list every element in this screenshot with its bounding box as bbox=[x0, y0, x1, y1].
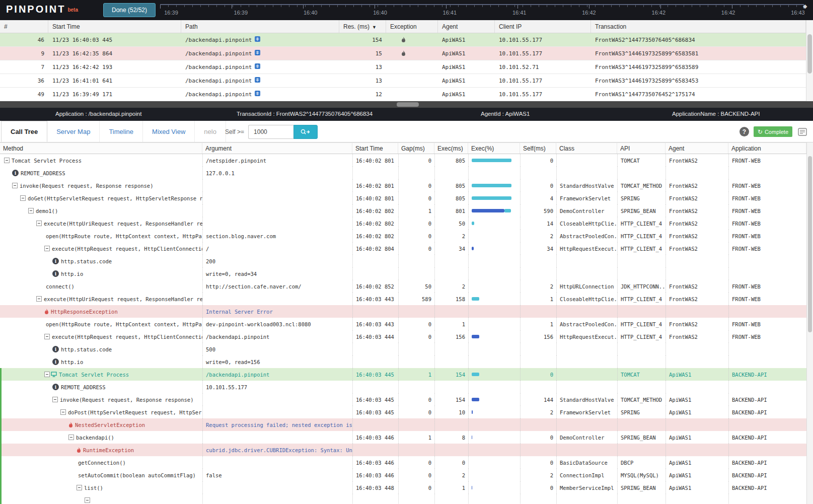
transaction-vertical-scrollbar[interactable] bbox=[806, 20, 813, 101]
inspector-icon[interactable] bbox=[255, 63, 260, 70]
search-button[interactable] bbox=[293, 125, 318, 139]
calltree-row[interactable]: http.io write=0, read=34 bbox=[0, 267, 806, 280]
calltree-row[interactable]: NestedServletException Request processin… bbox=[0, 418, 806, 431]
col-header-num[interactable]: # bbox=[0, 20, 48, 33]
calltree-row[interactable]: http.io write=0, read=156 bbox=[0, 355, 806, 368]
calltree-row[interactable]: REMOTE_ADDRESS 127.0.0.1 bbox=[0, 167, 806, 179]
col-header-transaction[interactable]: Transaction bbox=[591, 20, 806, 33]
calltree-row[interactable]: invoke(Request request, Response respons… bbox=[0, 393, 806, 406]
view-tab[interactable]: Call Tree bbox=[1, 121, 47, 142]
calltree-row[interactable]: connect() http://section.cafe.naver.com/… bbox=[0, 280, 806, 293]
calltree-row[interactable]: execute(HttpRequest request, HttpClientC… bbox=[0, 242, 806, 255]
calltree-row[interactable]: list() 16:40:03 448 0 1 0 MemberServiceI… bbox=[0, 481, 806, 494]
calltree-row[interactable]: Tomcat Servlet Process /netspider.pinpoi… bbox=[0, 154, 806, 167]
col-header-agent[interactable]: Agent bbox=[438, 20, 495, 33]
self-threshold-input[interactable] bbox=[248, 125, 293, 139]
transaction-row[interactable]: 36 11/23 16:41:01 641 /backendapi.pinpoi… bbox=[0, 74, 806, 88]
help-icon[interactable] bbox=[740, 127, 749, 136]
calltree-row[interactable]: getConnection() 16:40:03 446 0 0 0 Basic… bbox=[0, 456, 806, 469]
complete-badge[interactable]: Complete bbox=[754, 126, 792, 137]
calltree-row[interactable]: open(HttpRoute route, HttpContext contex… bbox=[0, 318, 806, 330]
ct-col-argument[interactable]: Argument bbox=[202, 143, 352, 154]
collapse-toggle-icon[interactable] bbox=[28, 208, 34, 213]
ct-col-application[interactable]: Application bbox=[728, 143, 806, 154]
ct-col-exec-pct[interactable]: Exec(%) bbox=[468, 143, 520, 154]
calltree-row[interactable]: REMOTE_ADDRESS 10.101.55.177 bbox=[0, 381, 806, 393]
calltree-row[interactable]: http.status.code 500 bbox=[0, 343, 806, 355]
cell-start-time: 16:40:02 802 bbox=[352, 230, 398, 242]
cell-agent: ApiWAS1 bbox=[666, 456, 728, 469]
transaction-horizontal-scrollbar-thumb[interactable] bbox=[397, 102, 419, 107]
list-view-icon[interactable] bbox=[797, 127, 808, 137]
ct-col-method[interactable]: Method bbox=[0, 143, 202, 154]
collapse-toggle-icon[interactable] bbox=[20, 195, 26, 201]
col-header-path[interactable]: Path bbox=[181, 20, 339, 33]
transaction-row[interactable]: 49 11/23 16:39:49 171 /backendapi.pinpoi… bbox=[0, 88, 806, 101]
col-header-start-time[interactable]: Start Time bbox=[48, 20, 181, 33]
collapse-toggle-icon[interactable] bbox=[85, 497, 90, 503]
collapse-toggle-icon[interactable] bbox=[44, 372, 50, 377]
cell-api: HTTP_CLIENT_4 bbox=[617, 217, 666, 230]
ct-col-class[interactable]: Class bbox=[556, 143, 617, 154]
timeline-handle-icon[interactable] bbox=[803, 1, 809, 7]
inspector-icon[interactable] bbox=[255, 77, 260, 84]
calltree-row[interactable]: open(HttpRoute route, HttpContext contex… bbox=[0, 230, 806, 242]
calltree-row[interactable]: Tomcat Servlet Process /backendapi.pinpo… bbox=[0, 368, 806, 381]
calltree-row[interactable]: HttpResponseException Internal Server Er… bbox=[0, 305, 806, 318]
transaction-row[interactable]: 9 11/23 16:42:35 864 /backendapi.pinpoin… bbox=[0, 47, 806, 60]
calltree-row[interactable]: demo1() 16:40:02 802 1 801 590 DemoContr… bbox=[0, 204, 806, 217]
collapse-toggle-icon[interactable] bbox=[68, 435, 74, 440]
collapse-toggle-icon[interactable] bbox=[60, 409, 66, 415]
calltree-row[interactable]: doPost(HttpServletRequest request, HttpS… bbox=[0, 406, 806, 418]
ct-col-start-time[interactable]: Start Time bbox=[352, 143, 398, 154]
collapse-toggle-icon[interactable] bbox=[36, 221, 42, 226]
inspector-icon[interactable] bbox=[255, 91, 260, 98]
calltree-row[interactable]: execute(HttpUriRequest request, Response… bbox=[0, 293, 806, 305]
ct-col-self[interactable]: Self(ms) bbox=[520, 143, 556, 154]
timeline-scrubber[interactable]: 16:39 16:39 16:40 16:40 16:41 16:41 16:4… bbox=[160, 0, 809, 20]
calltree-row[interactable] bbox=[0, 494, 806, 504]
calltree-row[interactable]: execute(HttpUriRequest request, Response… bbox=[0, 217, 806, 230]
inspector-icon[interactable] bbox=[255, 36, 260, 43]
ct-col-gap[interactable]: Gap(ms) bbox=[398, 143, 434, 154]
cell-application: BACKEND-API bbox=[728, 393, 806, 406]
calltree-row[interactable]: backendapi() 16:40:03 446 1 8 0 DemoCont… bbox=[0, 431, 806, 444]
done-button[interactable]: Done (52/52) bbox=[103, 3, 156, 17]
collapse-toggle-icon[interactable] bbox=[12, 183, 18, 188]
transaction-row[interactable]: 46 11/23 16:40:03 445 /backendapi.pinpoi… bbox=[0, 33, 806, 47]
collapse-toggle-icon[interactable] bbox=[77, 485, 82, 490]
calltree-row[interactable]: http.status.code 200 bbox=[0, 255, 806, 267]
cell-start-time bbox=[352, 267, 398, 280]
col-header-client-ip[interactable]: Client IP bbox=[495, 20, 591, 33]
calltree-row[interactable]: execute(HttpRequest request, HttpClientC… bbox=[0, 330, 806, 343]
col-header-response[interactable]: Res. (ms) bbox=[339, 20, 386, 33]
transaction-row[interactable]: 7 11/23 16:42:42 193 /backendapi.pinpoin… bbox=[0, 60, 806, 74]
calltree-row[interactable]: setAutoCommit(boolean autoCommitFlag) fa… bbox=[0, 469, 806, 481]
collapse-toggle-icon[interactable] bbox=[44, 246, 50, 251]
collapse-toggle-icon[interactable] bbox=[4, 158, 10, 163]
collapse-toggle-icon[interactable] bbox=[52, 397, 58, 402]
timeline-major-ticks bbox=[160, 5, 804, 9]
cell-client-ip: 10.101.55.177 bbox=[495, 74, 591, 87]
inspector-icon[interactable] bbox=[255, 50, 260, 57]
collapse-toggle-icon[interactable] bbox=[36, 296, 42, 302]
view-tab[interactable]: Server Map bbox=[47, 121, 100, 142]
view-tab[interactable]: Timeline bbox=[100, 121, 143, 142]
ct-col-agent[interactable]: Agent bbox=[666, 143, 728, 154]
complete-label: Complete bbox=[765, 129, 788, 135]
calltree-vertical-scrollbar-thumb[interactable] bbox=[808, 156, 812, 332]
view-tab[interactable]: nelo bbox=[195, 121, 226, 142]
cell-agent: FrontWAS2 bbox=[666, 204, 728, 217]
transaction-horizontal-scrollbar[interactable] bbox=[0, 101, 813, 108]
cell-exec-ms bbox=[434, 343, 468, 355]
transaction-vertical-scrollbar-thumb[interactable] bbox=[807, 34, 812, 74]
ct-col-exec[interactable]: Exec(ms) bbox=[434, 143, 468, 154]
calltree-vertical-scrollbar[interactable] bbox=[806, 142, 813, 504]
calltree-row[interactable]: invoke(Request request, Response respons… bbox=[0, 179, 806, 192]
col-header-exception[interactable]: Exception bbox=[386, 20, 438, 33]
calltree-row[interactable]: doGet(HttpServletRequest request, HttpSe… bbox=[0, 192, 806, 204]
ct-col-api[interactable]: API bbox=[617, 143, 666, 154]
collapse-toggle-icon[interactable] bbox=[44, 334, 50, 339]
calltree-row[interactable]: RuntimeException cubrid.jdbc.driver.CUBR… bbox=[0, 444, 806, 456]
view-tab[interactable]: Mixed View bbox=[143, 121, 195, 142]
